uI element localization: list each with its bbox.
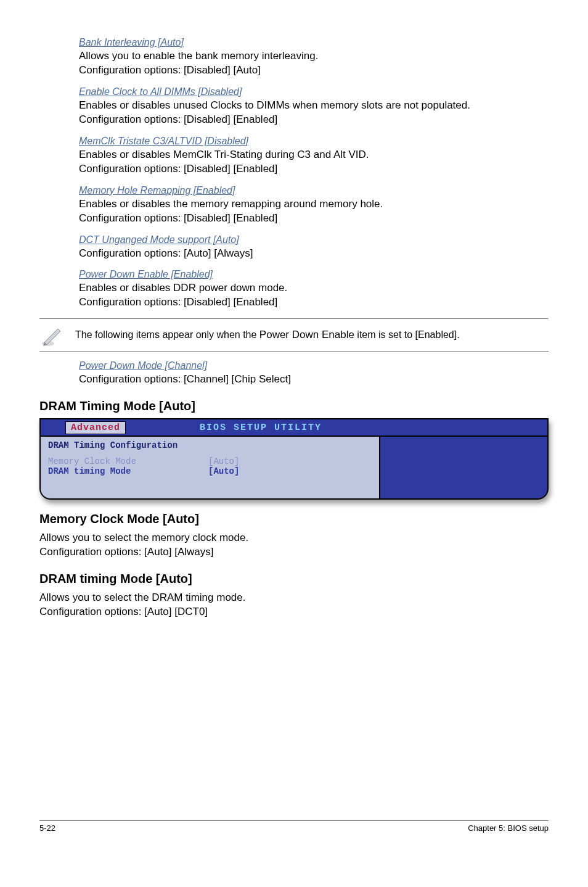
bios-option-row: DRAM timing Mode [Auto] (48, 466, 372, 476)
section-heading: Memory Clock Mode [Auto] (39, 512, 549, 526)
bios-option-value: [Auto] (208, 456, 239, 466)
config-item: Power Down Enable [Enabled] Enables or d… (79, 269, 549, 310)
item-body: Enables or disables DDR power down mode.… (79, 281, 549, 310)
item-body: Configuration options: [Channel] [Chip S… (79, 373, 549, 387)
config-item: Bank Interleaving [Auto] Allows you to e… (79, 37, 549, 78)
footer-chapter: Chapter 5: BIOS setup (468, 823, 549, 833)
config-item: Memory Hole Remapping [Enabled] Enables … (79, 185, 549, 226)
item-heading: Power Down Enable [Enabled] (79, 269, 549, 280)
section-heading: DRAM timing Mode [Auto] (39, 572, 549, 586)
note-text: The following items appear only when the… (75, 329, 460, 341)
config-item: Enable Clock to All DIMMs [Disabled] Ena… (79, 86, 549, 127)
note-box: The following items appear only when the… (39, 318, 549, 352)
item-heading: Bank Interleaving [Auto] (79, 37, 549, 48)
item-body: Enables or disables MemClk Tri-Stating d… (79, 148, 549, 176)
bios-option-label: DRAM timing Mode (48, 466, 208, 476)
item-heading: MemClk Tristate C3/ALTVID [Disabled] (79, 136, 549, 147)
after-note-item: Power Down Mode [Channel] Configuration … (79, 360, 549, 387)
bios-right-panel (380, 437, 547, 498)
item-heading: DCT Unganged Mode support [Auto] (79, 234, 549, 245)
note-prefix: The following items appear only when the (75, 329, 259, 340)
item-body: Configuration options: [Auto] [Always] (79, 247, 549, 261)
note-suffix: item is set to [Enabled]. (354, 329, 460, 340)
item-heading: Enable Clock to All DIMMs [Disabled] (79, 86, 549, 97)
bios-tab-advanced: Advanced (65, 421, 126, 434)
bios-screenshot: Advanced BIOS SETUP UTILITY DRAM Timing … (39, 418, 549, 500)
item-body: Allows you to enable the bank memory int… (79, 49, 549, 78)
config-item: DCT Unganged Mode support [Auto] Configu… (79, 234, 549, 261)
bios-header: Advanced BIOS SETUP UTILITY (41, 419, 547, 435)
item-body: Enables or disables the memory remapping… (79, 197, 549, 226)
item-heading: Memory Hole Remapping [Enabled] (79, 185, 549, 196)
bios-option-row: Memory Clock Mode [Auto] (48, 456, 372, 466)
bios-left-panel: DRAM Timing Configuration Memory Clock M… (41, 437, 380, 498)
section-heading: DRAM Timing Mode [Auto] (39, 399, 549, 413)
section-body: Allows you to select the memory clock mo… (39, 531, 549, 559)
bios-title: BIOS SETUP UTILITY (200, 423, 322, 433)
config-items-block: Bank Interleaving [Auto] Allows you to e… (79, 37, 549, 310)
section-body: Allows you to select the DRAM timing mod… (39, 591, 549, 619)
bios-body: DRAM Timing Configuration Memory Clock M… (41, 435, 547, 498)
pencil-icon (39, 323, 64, 347)
bios-option-value: [Auto] (208, 466, 239, 476)
bios-option-label: Memory Clock Mode (48, 456, 208, 466)
item-heading: Power Down Mode [Channel] (79, 360, 549, 371)
bios-panel-title: DRAM Timing Configuration (48, 440, 372, 450)
note-bold: Power Down Enable (259, 329, 354, 340)
item-body: Enables or disables unused Clocks to DIM… (79, 99, 549, 127)
config-item: MemClk Tristate C3/ALTVID [Disabled] Ena… (79, 136, 549, 176)
footer-page-number: 5-22 (39, 823, 55, 833)
page-footer: 5-22 Chapter 5: BIOS setup (39, 820, 549, 833)
